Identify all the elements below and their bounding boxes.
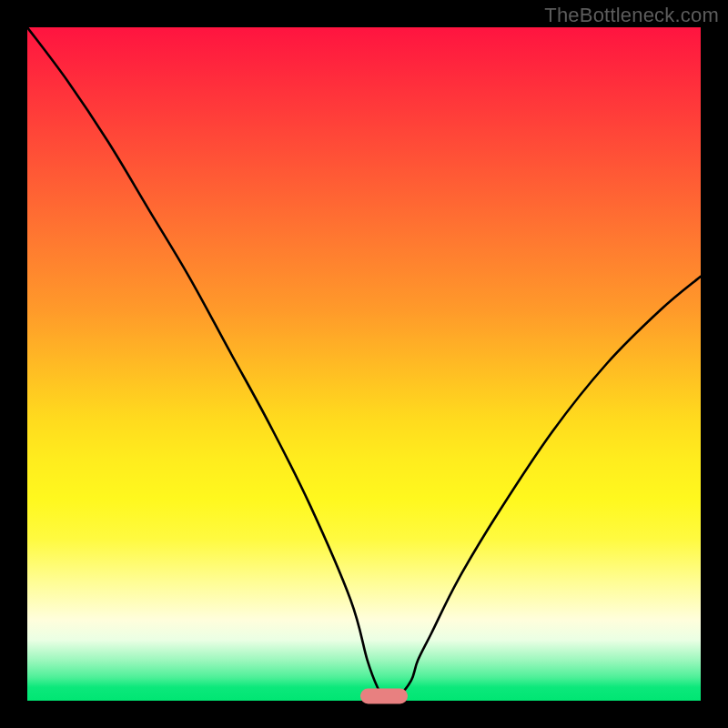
curve-path — [27, 27, 701, 698]
watermark: TheBottleneck.com — [544, 4, 719, 27]
plot-area — [27, 27, 701, 701]
chart-container: TheBottleneck.com — [0, 0, 728, 728]
bottleneck-curve — [27, 27, 701, 701]
optimal-marker — [360, 688, 408, 703]
